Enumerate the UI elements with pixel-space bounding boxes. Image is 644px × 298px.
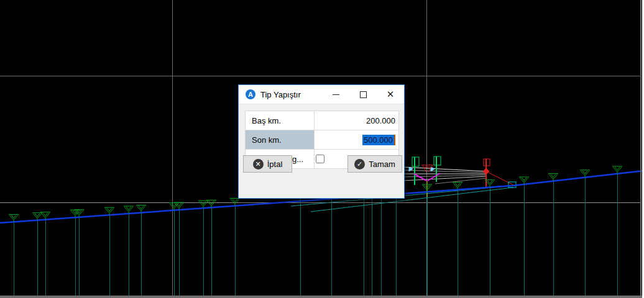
cancel-button[interactable]: ✕ İptal [243, 155, 292, 173]
son-km-value[interactable]: 500.000 [315, 130, 398, 149]
dialog-body: Baş km. 200.000 Son km. 500.000 Tümüne u… [239, 104, 404, 176]
cancel-label: İptal [267, 160, 283, 169]
son-km-label: Son km. [246, 130, 315, 149]
row-son-km: Son km. 500.000 [246, 130, 398, 150]
row-bas-km: Baş km. 200.000 [246, 111, 398, 130]
selected-text: 500.000 [362, 135, 394, 145]
ok-check-circle-icon: ✓ [354, 159, 365, 169]
dialog-footer: ✕ İptal ✓ Tamam [239, 153, 404, 176]
ok-label: Tamam [369, 160, 395, 169]
dialog-titlebar[interactable]: A Tip Yapıştır ✕ [239, 85, 404, 104]
maximize-icon [360, 91, 367, 98]
cancel-circle-icon: ✕ [253, 159, 264, 169]
minimize-button[interactable] [322, 85, 349, 104]
tip-yapistir-dialog: A Tip Yapıştır ✕ Baş km. 200.000 Son km.… [238, 84, 405, 199]
ok-button[interactable]: ✓ Tamam [347, 155, 402, 173]
bas-km-label: Baş km. [246, 111, 315, 130]
maximize-button[interactable] [349, 85, 377, 104]
app-icon: A [246, 89, 255, 99]
dialog-title: Tip Yapıştır [260, 90, 322, 99]
close-button[interactable]: ✕ [377, 85, 404, 104]
minimize-icon [333, 94, 339, 95]
text-caret [394, 135, 395, 145]
bas-km-value[interactable]: 200.000 [315, 111, 398, 130]
